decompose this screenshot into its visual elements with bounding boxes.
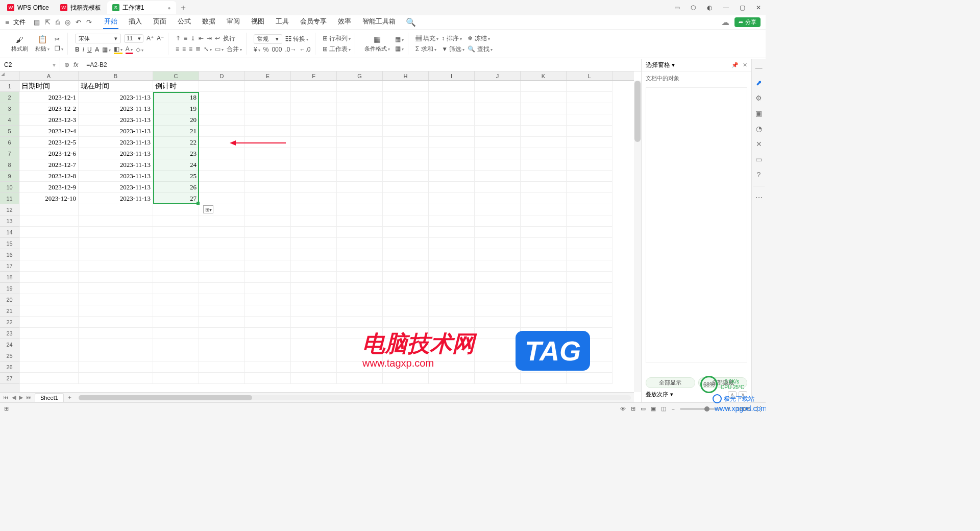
cell[interactable] bbox=[475, 92, 521, 103]
cell[interactable]: 19 bbox=[153, 103, 199, 114]
cell[interactable] bbox=[291, 317, 337, 328]
cell[interactable] bbox=[383, 238, 429, 249]
cell[interactable] bbox=[199, 148, 245, 159]
panel-icon-2[interactable]: ▭ bbox=[755, 155, 762, 163]
cell[interactable] bbox=[429, 92, 475, 103]
cell[interactable] bbox=[291, 283, 337, 294]
cell[interactable] bbox=[79, 215, 153, 227]
cell[interactable] bbox=[383, 92, 429, 103]
cell[interactable] bbox=[291, 137, 337, 148]
view-normal-icon[interactable]: 👁 bbox=[620, 406, 626, 412]
cell[interactable] bbox=[245, 249, 291, 260]
cell[interactable] bbox=[475, 328, 521, 339]
cell[interactable] bbox=[153, 260, 199, 272]
cell[interactable] bbox=[475, 215, 521, 227]
italic-icon[interactable]: I bbox=[83, 46, 84, 53]
cell[interactable] bbox=[291, 215, 337, 227]
cell[interactable]: 日期时间 bbox=[19, 81, 79, 92]
cell[interactable] bbox=[245, 373, 291, 384]
cell[interactable]: 2023-12-7 bbox=[19, 159, 79, 171]
cell[interactable] bbox=[475, 137, 521, 148]
fill-color-icon[interactable]: ◧ bbox=[114, 45, 122, 54]
cut-icon[interactable]: ✂ bbox=[55, 36, 63, 43]
row-header[interactable]: 20 bbox=[0, 294, 19, 305]
cell[interactable] bbox=[291, 159, 337, 171]
cell[interactable] bbox=[199, 283, 245, 294]
cell[interactable] bbox=[291, 182, 337, 193]
sheet-next-icon[interactable]: ▶ bbox=[19, 394, 23, 401]
row-header[interactable]: 21 bbox=[0, 305, 19, 317]
cell[interactable] bbox=[383, 103, 429, 114]
autofill-options-icon[interactable]: ⊞▾ bbox=[203, 205, 213, 213]
cell[interactable] bbox=[567, 305, 612, 317]
cell[interactable] bbox=[521, 249, 567, 260]
tools-icon[interactable]: ✕ bbox=[756, 140, 762, 148]
cell[interactable] bbox=[383, 227, 429, 238]
column-header[interactable]: H bbox=[383, 71, 429, 80]
cell[interactable] bbox=[475, 373, 521, 384]
cell[interactable] bbox=[245, 148, 291, 159]
row-header[interactable]: 8 bbox=[0, 159, 19, 171]
ribbon-tab[interactable]: 公式 bbox=[177, 15, 192, 29]
row-header[interactable]: 12 bbox=[0, 204, 19, 215]
file-tab[interactable]: W找稻壳模板 bbox=[55, 1, 106, 14]
cell[interactable] bbox=[475, 317, 521, 328]
ribbon-tab[interactable]: 页面 bbox=[152, 15, 167, 29]
cell[interactable] bbox=[567, 148, 612, 159]
cell[interactable] bbox=[153, 305, 199, 317]
row-header[interactable]: 6 bbox=[0, 137, 19, 148]
row-header[interactable]: 2 bbox=[0, 92, 19, 103]
cell[interactable] bbox=[245, 317, 291, 328]
style-icon[interactable]: ⚙ bbox=[755, 94, 762, 102]
cell[interactable] bbox=[567, 103, 612, 114]
currency-icon[interactable]: ¥ bbox=[254, 46, 260, 53]
cell[interactable] bbox=[79, 328, 153, 339]
cell[interactable] bbox=[291, 249, 337, 260]
sheet-last-icon[interactable]: ⏭ bbox=[26, 394, 32, 401]
cell[interactable] bbox=[245, 361, 291, 373]
cell[interactable] bbox=[521, 171, 567, 182]
ribbon-tab[interactable]: 效率 bbox=[337, 15, 352, 29]
cell[interactable] bbox=[567, 81, 612, 92]
cell[interactable] bbox=[245, 283, 291, 294]
cell[interactable]: 2023-12-9 bbox=[19, 182, 79, 193]
cell[interactable] bbox=[291, 328, 337, 339]
cell[interactable] bbox=[337, 305, 383, 317]
ribbon-tab[interactable]: 审阅 bbox=[226, 15, 241, 29]
align-top-icon[interactable]: ⤒ bbox=[176, 35, 181, 42]
hamburger-icon[interactable]: ≡ bbox=[5, 18, 9, 27]
panel-icon[interactable]: ▭ bbox=[672, 4, 682, 11]
name-box[interactable]: C2▾ bbox=[0, 58, 60, 71]
row-header[interactable]: 9 bbox=[0, 171, 19, 182]
cell[interactable] bbox=[475, 227, 521, 238]
comma-icon[interactable]: 000 bbox=[272, 46, 282, 53]
row-header[interactable]: 23 bbox=[0, 328, 19, 339]
cell[interactable] bbox=[567, 114, 612, 126]
sort-button[interactable]: ↕ 排序 bbox=[442, 34, 464, 43]
cell[interactable] bbox=[337, 137, 383, 148]
cell[interactable] bbox=[383, 126, 429, 137]
maximize-button[interactable]: ▢ bbox=[737, 4, 747, 11]
cell[interactable] bbox=[245, 204, 291, 215]
cell[interactable] bbox=[383, 137, 429, 148]
cell[interactable] bbox=[245, 227, 291, 238]
cell[interactable] bbox=[79, 260, 153, 272]
justify-icon[interactable]: ≣ bbox=[195, 45, 201, 53]
inc-decimal-icon[interactable]: .0→ bbox=[285, 46, 296, 53]
cell[interactable] bbox=[245, 103, 291, 114]
cell[interactable] bbox=[199, 159, 245, 171]
cell[interactable] bbox=[567, 283, 612, 294]
horizontal-scrollbar[interactable] bbox=[79, 395, 631, 400]
cell[interactable] bbox=[79, 361, 153, 373]
cell[interactable] bbox=[429, 249, 475, 260]
cell[interactable] bbox=[475, 350, 521, 361]
sheet-prev-icon[interactable]: ◀ bbox=[12, 394, 16, 401]
chart-icon[interactable]: ◔ bbox=[756, 125, 762, 133]
cell[interactable] bbox=[245, 350, 291, 361]
cell[interactable]: 2023-11-13 bbox=[79, 193, 153, 204]
cell[interactable] bbox=[521, 260, 567, 272]
cell[interactable] bbox=[567, 171, 612, 182]
cell[interactable] bbox=[245, 159, 291, 171]
cell[interactable]: 2023-12-3 bbox=[19, 114, 79, 126]
cell[interactable] bbox=[567, 126, 612, 137]
